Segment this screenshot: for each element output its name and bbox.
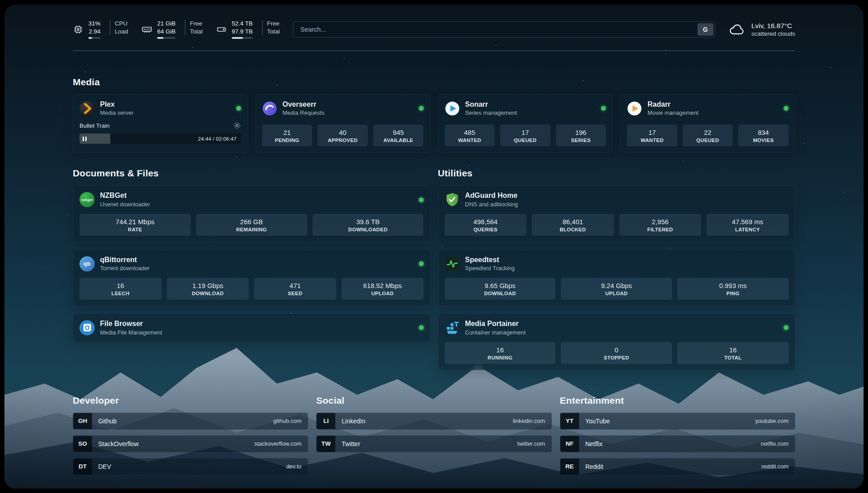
documents-column: Documents & Files nzbget NZBGet Usenet d… [73,168,430,370]
app-subtitle: Media server [100,109,134,116]
search-input[interactable] [300,26,697,33]
plex-card[interactable]: Plex Media server Bullet Train [73,94,248,153]
disk-free-label: Free [267,20,280,28]
stat-tile: 16 RUNNING [445,342,556,364]
stat-value: 2,956 [621,218,700,226]
bookmark-name: Twitter [342,440,360,447]
qbittorrent-card[interactable]: qb qBittorrent Torrent downloader 16 LEE… [73,250,430,306]
twitter-icon: TW [317,436,335,452]
overseerr-icon [262,101,277,116]
stat-value: 196 [558,129,605,136]
bookmark-twitter[interactable]: TW Twitter twitter.com [316,435,551,452]
filebrowser-icon [79,320,95,335]
stat-tile: 86,401 BLOCKED [532,214,614,236]
pause-icon[interactable] [83,137,88,141]
cpu-load-value: 2.94 [89,28,100,36]
speedtest-icon [445,256,460,272]
stat-value: 47.569 ms [708,218,787,226]
app-subtitle: Media File Management [100,329,162,336]
stat-value: 22 [684,129,731,136]
stat-label: WANTED [629,138,676,143]
gear-icon[interactable] [233,121,241,130]
cpu-progress-fill [88,37,92,39]
bookmark-url: reddit.com [761,463,789,470]
status-dot [419,197,424,202]
stat-value: 9.24 Gbps [563,282,670,289]
status-dot [419,261,424,266]
disk-progress-fill [232,37,243,39]
speedtest-card[interactable]: Speedtest Speedtest Tracking 9.65 Gbps D… [438,250,796,306]
stat-label: AVAILABLE [375,138,422,143]
stat-label: QUERIES [447,227,525,232]
disk-progress-bar [232,37,253,39]
portainer-card[interactable]: Media Portainer Container management 16 … [438,313,796,370]
cpu-label: CPU [115,20,128,28]
filebrowser-card[interactable]: File Browser Media File Management [73,313,430,342]
stat-value: 485 [447,129,493,136]
app-name: Media Portainer [465,320,526,328]
app-subtitle: DNS and adblocking [465,201,518,208]
stat-label: RATE [81,227,189,232]
stat-value: 0 [563,346,670,354]
bookmark-github[interactable]: GH Github github.com [73,413,308,430]
bookmark-stackoverflow[interactable]: SO StackOverflow stackoverflow.com [73,435,308,452]
bookmark-netflix[interactable]: NF Netflix netflix.com [560,435,795,452]
stat-value: 17 [629,129,676,136]
stat-tile: 471 SEED [254,278,336,300]
disk-free-value: 52.4 TB [232,20,253,28]
stat-label: WANTED [447,138,493,143]
ram-total-value: 64 GiB [157,28,175,36]
disk-total-label: Total [267,28,280,36]
stat-tile: 47.569 ms LATENCY [706,214,789,236]
app-name: File Browser [100,320,162,328]
adguard-card[interactable]: AdGuard Home DNS and adblocking 498,564 … [438,185,796,242]
section-title-developer: Developer [73,395,308,406]
playback-progress-bar[interactable]: 24:44 / 02:06:47 [79,134,241,144]
sonarr-icon [445,101,460,116]
weather-location: Lviv, 16.87°C [751,22,795,30]
playback-time: 24:44 / 02:06:47 [198,136,236,142]
stat-tile: 39.6 TB DOWNLOADED [313,214,424,236]
app-subtitle: Usenet downloader [100,201,150,208]
stat-tile: 17 WANTED [627,125,677,146]
sonarr-card[interactable]: Sonarr Series management 485 WANTED 17 Q… [438,94,613,153]
stat-value: 86,401 [534,218,612,226]
bookmark-reddit[interactable]: RE Reddit reddit.com [560,458,795,475]
playback-progress-fill [79,134,110,144]
bookmark-youtube[interactable]: YT YouTube youtube.com [560,413,795,430]
bookmark-linkedin[interactable]: LI LinkedIn linkedin.com [316,413,551,430]
bookmark-dev[interactable]: DT DEV dev.to [73,458,308,475]
header-divider [73,50,795,51]
dashboard-screen: 31% 2.94 CPU Load [4,4,864,489]
github-icon: GH [73,413,92,429]
bookmarks-entertainment: Entertainment YT YouTube youtube.com NF … [560,395,795,475]
stat-value: 16 [679,346,787,354]
cpu-icon [73,24,83,35]
ram-free-label: Free [190,20,203,28]
bookmark-url: stackoverflow.com [254,440,301,447]
stat-value: 618.52 Mbps [343,282,422,289]
dev-icon: DT [73,459,92,475]
stat-label: FILTERED [621,227,700,232]
top-bar: 31% 2.94 CPU Load [73,4,795,39]
disk-total-value: 97.9 TB [232,28,253,36]
app-name: qBittorrent [100,256,150,264]
app-subtitle: Torrent downloader [100,265,150,272]
stat-tile: 9.65 Gbps DOWNLOAD [445,278,556,300]
section-title-media: Media [73,77,795,88]
stackoverflow-icon: SO [73,436,92,452]
nzbget-card[interactable]: nzbget NZBGet Usenet downloader 744.21 M… [73,185,430,242]
adguard-icon [445,192,460,207]
bookmark-name: DEV [98,463,111,470]
search-engine-button[interactable]: G [697,23,714,36]
ram-free-value: 21 GiB [157,20,175,28]
stat-value: 945 [375,129,422,136]
app-subtitle: Container management [465,329,526,336]
overseerr-card[interactable]: Overseerr Media Requests 21 PENDING 40 A… [255,94,430,153]
stat-value: 40 [319,129,366,136]
app-name: AdGuard Home [465,192,518,200]
stat-label: APPROVED [319,138,366,143]
disk-icon [216,24,227,35]
stat-tile: 16 LEECH [79,278,162,300]
radarr-card[interactable]: Radarr Movie management 17 WANTED 22 QUE… [620,94,795,153]
